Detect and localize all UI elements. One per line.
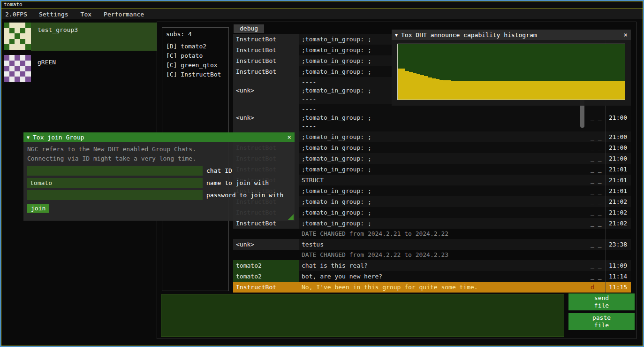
chat-status-flags: _ _	[588, 142, 606, 153]
resize-grip[interactable]	[288, 214, 294, 220]
chat-message: ;tomato_in_group: ;	[299, 142, 588, 153]
chat-message: DATE CHANGED from 2024.2.22 to 2024.2.23	[299, 250, 588, 260]
chat-row[interactable]: <unk> testus _ _ 23:38	[233, 239, 631, 250]
join-window-titlebar[interactable]: ▼ Tox join Group ×	[23, 132, 295, 142]
chat-id-label: chat ID	[206, 167, 232, 174]
chat-message: No, I've been in this group for quite so…	[299, 282, 588, 293]
collapse-arrow-icon[interactable]: ▼	[395, 32, 398, 38]
chat-status-flags	[588, 250, 606, 260]
chat-timestamp: 11:14	[606, 271, 631, 282]
chat-timestamp: 21:01	[606, 164, 631, 175]
histogram-window: ▼ Tox DHT announce capability histogram …	[392, 30, 631, 106]
chat-sender	[233, 229, 299, 239]
histogram-window-titlebar[interactable]: ▼ Tox DHT announce capability histogram …	[392, 30, 631, 40]
group-list: test_group3 gREEN	[4, 23, 157, 87]
group-avatar-icon	[4, 55, 31, 82]
chat-message: bot, are you new here?	[299, 271, 588, 282]
member-item[interactable]: [C] InstructBot	[166, 70, 225, 79]
menu-item[interactable]: Performance	[98, 11, 150, 18]
chat-sender: <unk>	[233, 239, 299, 250]
chat-status-flags: _ _	[588, 260, 606, 271]
chat-timestamp: 21:00	[606, 131, 631, 142]
chat-status-flags	[588, 229, 606, 239]
paste-file-button[interactable]: paste file	[568, 313, 635, 330]
chat-timestamp: 23:38	[606, 239, 631, 250]
chat-status-flags: _ _	[588, 207, 606, 218]
chat-timestamp	[606, 229, 631, 239]
group-avatar-icon	[4, 23, 31, 50]
chat-timestamp	[606, 250, 631, 260]
members-list: [D] tomato2[C] potato[C] green_qtox[C] I…	[166, 42, 225, 79]
chat-timestamp: 11:09	[606, 260, 631, 271]
chat-message: ;tomato_in_group: ;	[299, 131, 588, 142]
chat-message: ;tomato_in_group: ;	[299, 218, 588, 229]
chat-status-flags: _ _	[588, 218, 606, 229]
chat-status-flags: _ _	[588, 196, 606, 207]
menu-item[interactable]: Tox	[75, 11, 98, 18]
join-password-input[interactable]	[27, 190, 203, 200]
chat-sender: <unk>	[233, 104, 299, 131]
chat-sender	[233, 250, 299, 260]
chat-row[interactable]: tomato2 chat is this real? _ _ 11:09	[233, 260, 631, 271]
chat-row[interactable]: DATE CHANGED from 2024.2.22 to 2024.2.23	[233, 250, 631, 260]
chat-status-flags: _ _	[588, 175, 606, 185]
chat-timestamp: 21:02	[606, 207, 631, 218]
join-name-input[interactable]: tomato	[27, 178, 203, 188]
chat-status-flags: _ _	[588, 131, 606, 142]
chat-message: ;tomato_in_group: ;	[299, 207, 588, 218]
chat-message: ;tomato_in_group: ;	[299, 164, 588, 175]
send-file-button[interactable]: send file	[568, 293, 635, 310]
join-name-label: name to join with	[206, 179, 269, 186]
chat-sender: <unk>	[233, 77, 299, 104]
chat-sender: InstructBot	[233, 282, 299, 293]
chat-row[interactable]: InstructBot No, I've been in this group …	[233, 282, 631, 293]
member-item[interactable]: [C] potato	[166, 51, 225, 61]
histogram-plot	[397, 44, 625, 100]
chat-row[interactable]: DATE CHANGED from 2024.2.21 to 2024.2.22	[233, 229, 631, 239]
chat-sender: InstructBot	[233, 55, 299, 66]
join-password-label: password to join with	[206, 192, 283, 199]
group-row[interactable]: gREEN	[4, 55, 157, 83]
chat-id-input[interactable]	[27, 166, 203, 176]
chat-row[interactable]: tomato2 bot, are you new here? _ _ 11:14	[233, 271, 631, 282]
chat-status-flags: d	[588, 282, 606, 293]
chat-message: testus	[299, 239, 588, 250]
member-item[interactable]: [D] tomato2	[166, 42, 225, 51]
group-row[interactable]: test_group3	[4, 23, 157, 51]
chat-timestamp: 21:00	[606, 104, 631, 131]
window-title: tomato	[4, 1, 23, 8]
window-titlebar[interactable]: tomato	[1, 1, 643, 8]
close-icon[interactable]: ×	[288, 133, 291, 141]
group-name: test_group3	[38, 26, 78, 33]
chat-sender: tomato2	[233, 260, 299, 271]
join-button[interactable]: join	[27, 204, 49, 213]
chat-timestamp: 21:00	[606, 153, 631, 164]
group-label-box: test_group3	[31, 23, 157, 51]
chat-row[interactable]: <unk> ---- ;tomato_in_group: ; ---- _ _ …	[233, 104, 631, 131]
menubar: 2.0FPS SettingsToxPerformance	[1, 9, 643, 19]
group-label-box: gREEN	[31, 55, 157, 83]
chat-timestamp: 11:15	[606, 282, 631, 293]
menu-item[interactable]: Settings	[33, 11, 75, 18]
fps-counter: 2.0FPS	[1, 11, 33, 18]
chat-timestamp: 21:02	[606, 196, 631, 207]
chat-status-flags: _ _	[588, 271, 606, 282]
join-info-line-1: NGC refers to the New DHT enabled Group …	[27, 145, 291, 154]
chat-timestamp: 21:00	[606, 142, 631, 153]
histogram-window-title: Tox DHT announce capability histogram	[401, 31, 620, 39]
composer-input[interactable]	[161, 294, 564, 337]
member-item[interactable]: [C] green_qtox	[166, 61, 225, 70]
join-window-body: NGC refers to the New DHT enabled Group …	[23, 142, 295, 221]
chat-message: ;tomato_in_group: ;	[299, 153, 588, 164]
chat-sender: InstructBot	[233, 66, 299, 77]
chat-status-flags: _ _	[588, 153, 606, 164]
join-window-title: Tox join Group	[33, 134, 284, 141]
group-name: gREEN	[38, 59, 56, 66]
tab-debug[interactable]: debug	[234, 24, 264, 33]
collapse-arrow-icon[interactable]: ▼	[27, 135, 30, 140]
chat-message: DATE CHANGED from 2024.2.21 to 2024.2.22	[299, 229, 588, 239]
join-info-line-2: Connecting via ID might take a very long…	[27, 154, 291, 163]
chat-timestamp: 21:01	[606, 175, 631, 185]
chat-message: STRUCT	[299, 175, 588, 185]
close-icon[interactable]: ×	[624, 31, 628, 39]
